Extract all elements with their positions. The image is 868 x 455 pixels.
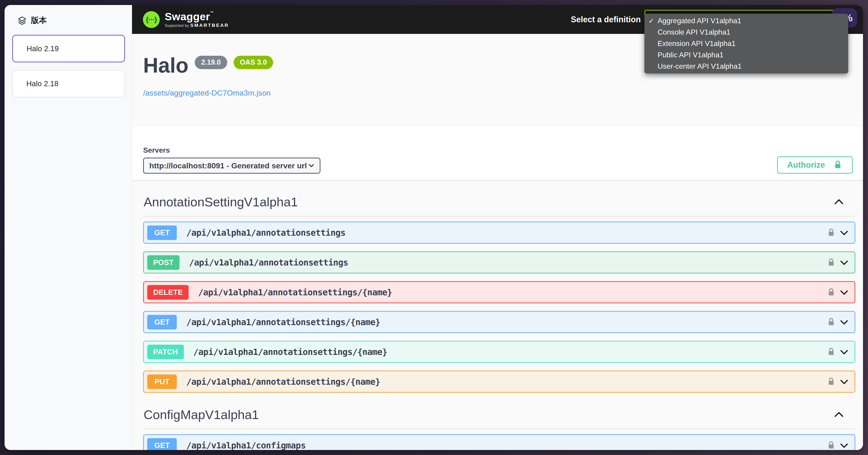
version-item-label: Halo 2.19 [27, 45, 59, 53]
auth-lock-button[interactable] [827, 288, 836, 297]
tag-section: ConfigMapV1alpha1 GET /api/v1alpha1/conf… [143, 407, 855, 450]
definition-option[interactable]: Extension API V1alpha1 [644, 38, 848, 49]
version-sidebar: 版本 Halo 2.19 Halo 2.18 [4, 5, 132, 450]
method-badge: GET [147, 225, 177, 240]
servers-label: Servers [143, 146, 320, 154]
auth-lock-button[interactable] [827, 258, 836, 267]
check-icon: ✓ [649, 17, 658, 25]
chevron-down-icon [307, 161, 316, 170]
chevron-down-icon [839, 257, 849, 268]
auth-lock-button[interactable] [827, 317, 836, 327]
auth-lock-button[interactable] [827, 228, 836, 237]
scheme-container: Servers http://localhost:8091 - Generate… [132, 126, 863, 180]
swagger-logo[interactable]: {···} Swagger™ Supported by SMARTBEAR [143, 11, 229, 28]
operation-path: /api/v1alpha1/annotationsettings/{name} [186, 377, 380, 387]
method-badge: PUT [147, 374, 177, 389]
method-badge: GET [147, 315, 177, 330]
definition-option[interactable]: Console API V1alpha1 [644, 26, 848, 38]
unlock-icon [827, 288, 836, 297]
version-item[interactable]: Halo 2.19 [12, 35, 125, 62]
tag-section: AnnotationSettingV1alpha1 GET /api/v1alp… [143, 195, 855, 393]
operation-path: /api/v1alpha1/annotationsettings [189, 258, 348, 267]
unlock-icon [827, 377, 836, 387]
sidebar-header: 版本 [4, 5, 132, 26]
operation-row-delete[interactable]: DELETE /api/v1alpha1/annotationsettings/… [143, 281, 855, 303]
authorize-label: Authorize [787, 160, 825, 170]
version-list: Halo 2.19 Halo 2.18 [4, 26, 132, 97]
auth-lock-button[interactable] [827, 441, 836, 450]
chevron-up-icon [833, 196, 845, 208]
unlock-icon [833, 160, 843, 170]
tag-section-header[interactable]: AnnotationSettingV1alpha1 [143, 195, 855, 216]
definition-option-label: User-center API V1alpha1 [658, 62, 742, 70]
swagger-content: Halo 2.19.0 OAS 3.0 /assets/aggregated-D… [132, 34, 863, 450]
chevron-down-icon [839, 376, 849, 387]
auth-lock-button[interactable] [827, 377, 836, 387]
operation-row-get[interactable]: GET /api/v1alpha1/configmaps [143, 434, 855, 450]
oas-badge: OAS 3.0 [234, 56, 273, 69]
swagger-logo-text: Swagger™ Supported by SMARTBEAR [165, 11, 229, 28]
version-badge: 2.19.0 [195, 56, 227, 69]
operation-row-patch[interactable]: PATCH /api/v1alpha1/annotationsettings/{… [143, 341, 855, 363]
tag-section-title: ConfigMapV1alpha1 [144, 407, 259, 422]
version-item-label: Halo 2.18 [26, 79, 58, 88]
authorize-button[interactable]: Authorize [777, 156, 853, 174]
collapse-section-button[interactable] [833, 408, 845, 421]
sidebar-title: 版本 [31, 15, 47, 26]
definition-option-label: Aggregated API V1alpha1 [658, 17, 741, 25]
definition-option[interactable]: User-center API V1alpha1 [644, 61, 848, 72]
chevron-down-icon [839, 346, 849, 358]
operation-path: /api/v1alpha1/configmaps [186, 440, 306, 450]
operation-row-get[interactable]: GET /api/v1alpha1/annotationsettings [143, 222, 855, 244]
operation-list: GET /api/v1alpha1/configmaps [143, 434, 855, 450]
swagger-logo-icon: {···} [143, 11, 160, 28]
api-title-text: Halo [143, 55, 188, 76]
definition-option[interactable]: Public API V1alpha1 [644, 49, 848, 61]
method-badge: PATCH [147, 345, 184, 359]
tag-section-header[interactable]: ConfigMapV1alpha1 [143, 407, 855, 429]
layers-icon [17, 16, 27, 25]
operation-row-put[interactable]: PUT /api/v1alpha1/annotationsettings/{na… [143, 371, 855, 393]
unlock-icon [827, 228, 836, 237]
operation-sections: AnnotationSettingV1alpha1 GET /api/v1alp… [132, 195, 863, 450]
servers-block: Servers http://localhost:8091 - Generate… [143, 146, 320, 174]
operation-path: /api/v1alpha1/annotationsettings/{name} [198, 287, 392, 297]
definition-option-label: Console API V1alpha1 [658, 28, 730, 36]
definition-option[interactable]: ✓ Aggregated API V1alpha1 [644, 15, 848, 26]
tag-section-title: AnnotationSettingV1alpha1 [144, 195, 298, 209]
unlock-icon [827, 441, 836, 450]
operation-list: GET /api/v1alpha1/annotationsettings POS… [143, 222, 855, 393]
operation-path: /api/v1alpha1/annotationsettings/{name} [193, 347, 387, 357]
chevron-up-icon [833, 408, 845, 421]
auth-lock-button[interactable] [827, 347, 836, 357]
servers-select-value: http://localhost:8091 - Generated server… [149, 161, 307, 170]
select-definition-label: Select a definition [571, 15, 641, 24]
method-badge: DELETE [147, 285, 189, 300]
collapse-section-button[interactable] [833, 196, 845, 208]
operation-row-get[interactable]: GET /api/v1alpha1/annotationsettings/{na… [143, 311, 855, 333]
method-badge: GET [147, 438, 177, 450]
unlock-icon [827, 317, 836, 327]
servers-select[interactable]: http://localhost:8091 - Generated server… [143, 158, 320, 174]
definition-option-label: Public API V1alpha1 [658, 51, 723, 59]
chevron-down-icon [839, 440, 849, 450]
desktop-background: 版本 Halo 2.19 Halo 2.18 {···} Swagger™ Su… [0, 0, 868, 455]
chevron-down-icon [839, 287, 849, 298]
chevron-down-icon [839, 317, 849, 328]
definition-option-label: Extension API V1alpha1 [658, 39, 736, 48]
unlock-icon [827, 258, 836, 267]
spec-link[interactable]: /assets/aggregated-DC7Oma3m.json [143, 88, 271, 97]
definition-dropdown: ✓ Aggregated API V1alpha1 Console API V1… [644, 13, 848, 74]
operation-path: /api/v1alpha1/annotationsettings [186, 228, 345, 238]
chevron-down-icon [839, 227, 849, 238]
unlock-icon [827, 347, 836, 357]
version-item[interactable]: Halo 2.18 [12, 70, 125, 97]
method-badge: POST [147, 255, 180, 270]
operation-row-post[interactable]: POST /api/v1alpha1/annotationsettings [143, 251, 855, 274]
operation-path: /api/v1alpha1/annotationsettings/{name} [186, 317, 380, 327]
